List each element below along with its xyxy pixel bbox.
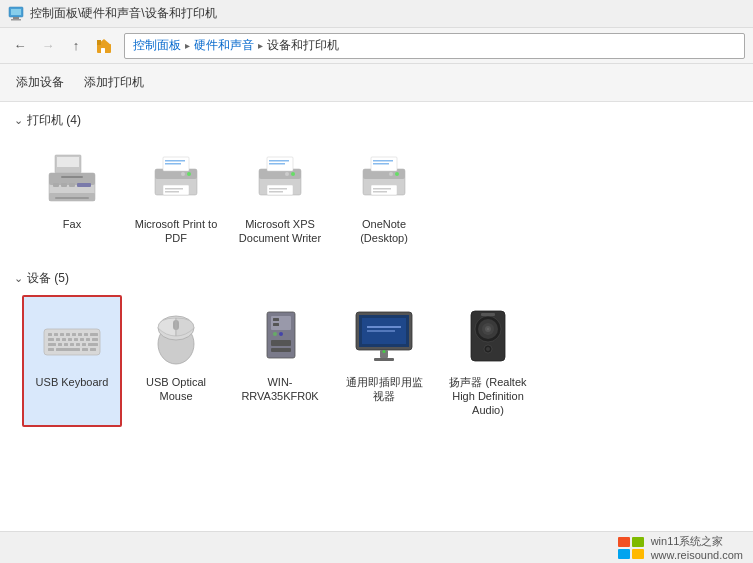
svg-rect-36 <box>269 191 283 193</box>
watermark-logo <box>617 536 645 560</box>
svg-point-86 <box>279 332 283 336</box>
devices-grid: USB Keyboard USB Optical Mouse <box>22 295 739 428</box>
svg-rect-55 <box>78 333 82 336</box>
add-printer-button[interactable]: 添加打印机 <box>78 70 150 95</box>
breadcrumb-control-panel[interactable]: 控制面板 <box>131 37 183 54</box>
devices-chevron: ⌄ <box>14 272 23 285</box>
svg-point-85 <box>273 332 277 336</box>
svg-rect-76 <box>90 348 96 351</box>
device-item-speaker[interactable]: 扬声器 (Realtek High Definition Audio) <box>438 295 538 428</box>
svg-rect-25 <box>165 188 183 190</box>
svg-rect-23 <box>165 163 181 165</box>
svg-rect-42 <box>373 160 393 162</box>
printers-label: 打印机 (4) <box>27 112 81 129</box>
forward-button[interactable]: → <box>36 34 60 58</box>
svg-rect-14 <box>61 183 67 187</box>
svg-rect-60 <box>62 338 66 341</box>
pdf-printer-label: Microsoft Print to PDF <box>134 217 218 246</box>
monitor-icon <box>352 305 416 369</box>
printer-item-pdf[interactable]: Microsoft Print to PDF <box>126 137 226 256</box>
printer-item-xps[interactable]: Microsoft XPS Document Writer <box>230 137 330 256</box>
xps-printer-icon <box>248 147 312 211</box>
svg-rect-95 <box>367 330 395 332</box>
svg-point-102 <box>487 328 489 330</box>
computer-icon <box>248 305 312 369</box>
title-bar-text: 控制面板\硬件和声音\设备和打印机 <box>30 5 217 22</box>
onenote-printer-label: OneNote (Desktop) <box>342 217 426 246</box>
title-bar: 控制面板\硬件和声音\设备和打印机 <box>0 0 753 28</box>
svg-point-38 <box>285 172 289 176</box>
device-item-computer[interactable]: WIN-RRVA35KFR0K <box>230 295 330 428</box>
svg-rect-56 <box>84 333 88 336</box>
svg-rect-94 <box>367 326 401 328</box>
svg-rect-75 <box>82 348 88 351</box>
svg-rect-68 <box>64 343 68 346</box>
svg-rect-54 <box>72 333 76 336</box>
svg-rect-108 <box>618 549 630 559</box>
device-item-keyboard[interactable]: USB Keyboard <box>22 295 122 428</box>
device-item-mouse[interactable]: USB Optical Mouse <box>126 295 226 428</box>
device-item-monitor[interactable]: 通用即插即用监视器 <box>334 295 434 428</box>
svg-point-47 <box>395 172 399 176</box>
watermark-text-block: win11系统之家 www.reisound.com <box>651 534 743 561</box>
printers-chevron: ⌄ <box>14 114 23 127</box>
svg-rect-53 <box>66 333 70 336</box>
svg-rect-65 <box>92 338 98 341</box>
svg-point-96 <box>383 350 386 353</box>
nav-bar: ← → ↑ 控制面板 ▸ 硬件和声音 ▸ 设备和打印机 <box>0 28 753 64</box>
svg-rect-49 <box>44 329 100 355</box>
svg-rect-107 <box>632 537 644 547</box>
svg-rect-32 <box>269 160 289 162</box>
svg-rect-106 <box>618 537 630 547</box>
svg-rect-73 <box>48 348 54 351</box>
svg-rect-22 <box>165 160 185 162</box>
svg-rect-58 <box>48 338 54 341</box>
svg-point-104 <box>486 347 490 351</box>
svg-rect-50 <box>48 333 52 336</box>
svg-rect-72 <box>88 343 98 346</box>
pdf-printer-icon <box>144 147 208 211</box>
svg-rect-70 <box>76 343 80 346</box>
fax-icon <box>40 147 104 211</box>
home-icon-button[interactable] <box>92 34 116 58</box>
svg-rect-66 <box>48 343 56 346</box>
keyboard-icon <box>40 305 104 369</box>
svg-rect-59 <box>56 338 60 341</box>
watermark-line2: www.reisound.com <box>651 549 743 561</box>
svg-rect-11 <box>57 157 79 167</box>
svg-rect-13 <box>53 183 59 187</box>
devices-label: 设备 (5) <box>27 270 69 287</box>
svg-rect-1 <box>11 9 21 15</box>
breadcrumb-hardware[interactable]: 硬件和声音 <box>192 37 256 54</box>
svg-rect-16 <box>77 183 91 187</box>
svg-rect-69 <box>70 343 74 346</box>
xps-printer-label: Microsoft XPS Document Writer <box>238 217 322 246</box>
svg-rect-67 <box>58 343 62 346</box>
printers-section-header: ⌄ 打印机 (4) <box>14 112 739 129</box>
printer-item-onenote[interactable]: OneNote (Desktop) <box>334 137 434 256</box>
keyboard-label: USB Keyboard <box>36 375 109 389</box>
logo-icon <box>617 536 645 560</box>
onenote-printer-icon <box>352 147 416 211</box>
svg-rect-64 <box>86 338 90 341</box>
svg-rect-52 <box>60 333 64 336</box>
svg-rect-43 <box>373 163 389 165</box>
watermark-line1: win11系统之家 <box>651 534 724 549</box>
svg-point-27 <box>187 172 191 176</box>
printer-item-fax[interactable]: Fax <box>22 137 122 256</box>
svg-rect-57 <box>90 333 98 336</box>
home-icon <box>96 38 112 54</box>
svg-rect-83 <box>273 318 279 321</box>
main-content: ⌄ 打印机 (4) <box>0 102 753 531</box>
svg-rect-62 <box>74 338 78 341</box>
printers-grid: Fax <box>22 137 739 256</box>
watermark: win11系统之家 www.reisound.com <box>617 534 743 561</box>
up-button[interactable]: ↑ <box>64 34 88 58</box>
breadcrumb-bar: 控制面板 ▸ 硬件和声音 ▸ 设备和打印机 <box>124 33 745 59</box>
add-device-button[interactable]: 添加设备 <box>10 70 70 95</box>
svg-rect-51 <box>54 333 58 336</box>
svg-point-28 <box>181 172 185 176</box>
svg-rect-12 <box>61 176 83 178</box>
svg-rect-63 <box>80 338 84 341</box>
back-button[interactable]: ← <box>8 34 32 58</box>
